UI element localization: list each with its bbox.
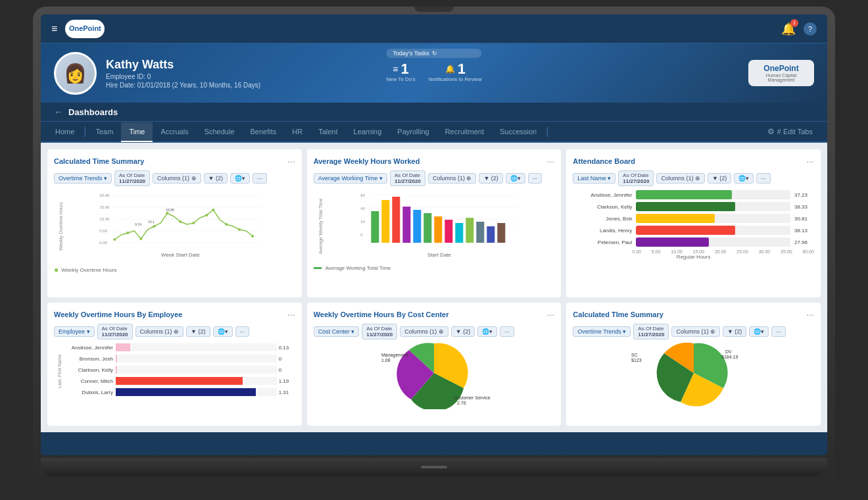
widget3-view[interactable]: 🌐▾	[734, 173, 754, 184]
svg-text:1.08: 1.08	[381, 358, 391, 362]
widget4-more[interactable]: ···	[235, 326, 250, 337]
svg-text:2.76: 2.76	[457, 401, 466, 405]
widget6-columns[interactable]: Columns (1) ⊕	[671, 326, 720, 337]
widget-avg-weekly-hours: Average Weekly Hours Worked ··· Average …	[307, 149, 562, 297]
tab-learning[interactable]: Learning	[346, 122, 390, 142]
widget-calculated-time-summary: Calculated Time Summary ··· Overtime Tre…	[47, 149, 302, 297]
attendance-row-3: Landis, Henry 38.13	[573, 226, 814, 235]
tab-talent[interactable]: Talent	[310, 122, 345, 142]
widget1-view[interactable]: 🌐▾	[230, 173, 250, 184]
svg-rect-45	[497, 223, 505, 243]
widget2-view[interactable]: 🌐▾	[506, 173, 525, 184]
widget6-menu[interactable]: ···	[806, 309, 814, 320]
widget2-title: Average Weekly Hours Worked	[314, 157, 420, 165]
avatar: 👩	[54, 52, 97, 95]
widget2-columns[interactable]: Columns (1) ⊕	[428, 173, 477, 184]
svg-text:0: 0	[360, 233, 363, 237]
widget6-dropdown[interactable]: Overtime Trends ▾	[573, 326, 631, 337]
widget1-chart: 20.00 15.00 10.00 5.00 0.00	[66, 190, 295, 249]
svg-rect-40	[445, 220, 452, 243]
svg-text:60: 60	[360, 193, 365, 197]
widget6-chart: SC $123 DV $184.19	[573, 343, 814, 403]
widget2-date[interactable]: As Of Date11/27/2020	[390, 170, 425, 186]
widget3-date[interactable]: As Of Date11/27/2020	[618, 170, 654, 186]
tab-team[interactable]: Team	[88, 122, 122, 142]
widget2-more[interactable]: ···	[528, 173, 542, 184]
widget6-title: Calculated TIme Summary	[573, 311, 663, 318]
back-button[interactable]: ←	[54, 107, 63, 117]
widget3-menu[interactable]: ···	[806, 156, 814, 166]
widget1-more[interactable]: ···	[253, 173, 267, 184]
widget5-title: Weekly Overtime Hours By Cost Center	[314, 311, 449, 318]
svg-point-12	[139, 238, 142, 240]
tab-home[interactable]: Home	[47, 122, 82, 142]
widget6-more[interactable]: ···	[771, 326, 786, 337]
svg-text:$123: $123	[631, 358, 642, 362]
widget5-columns[interactable]: Columns (1) ⊕	[400, 326, 448, 337]
widget5-chart: Management 1.08 Customer Service 2.76	[314, 343, 555, 403]
svg-rect-36	[402, 207, 410, 243]
widget4-y-axis: Last, First Name	[54, 343, 62, 399]
laptop-base	[41, 458, 827, 476]
widget2-dropdown[interactable]: Average Working Time ▾	[314, 173, 387, 184]
employee-id: Employee ID: 0	[106, 73, 260, 80]
svg-point-14	[166, 212, 168, 214]
widget1-columns[interactable]: Columns (1) ⊕	[153, 173, 201, 184]
help-button[interactable]: ?	[804, 22, 817, 36]
widget3-columns[interactable]: Columns (1) ⊕	[656, 173, 705, 184]
widget4-view[interactable]: 🌐▾	[213, 326, 233, 337]
widget5-more[interactable]: ···	[500, 326, 514, 337]
widget3-more[interactable]: ···	[756, 173, 771, 184]
widget-calculated-time-summary-2: Calculated TIme Summary ··· Overtime Tre…	[566, 303, 821, 426]
widget2-filter[interactable]: ▼ (2)	[479, 173, 502, 184]
svg-point-19	[225, 223, 228, 226]
widget4-date[interactable]: As Of Date11/27/2020	[97, 324, 133, 339]
svg-rect-37	[413, 210, 421, 243]
widget5-menu[interactable]: ···	[547, 309, 555, 320]
widget4-menu[interactable]: ···	[287, 309, 295, 320]
widget3-title: Attendance Board	[573, 157, 635, 165]
hamburger-menu[interactable]: ≡	[51, 23, 57, 35]
tab-accruals[interactable]: Accruals	[153, 122, 196, 142]
notification-badge: 1	[790, 19, 798, 27]
widget5-filter[interactable]: ▼ (2)	[451, 326, 475, 337]
widget1-filter[interactable]: ▼ (2)	[204, 173, 228, 184]
hire-date: Hire Date: 01/01/2018 (2 Years, 10 Month…	[106, 82, 260, 89]
svg-text:18.88: 18.88	[166, 208, 174, 212]
gear-icon: ⚙	[767, 127, 775, 136]
attendance-row-1: Clarkson, Kelly 38.33	[573, 202, 814, 211]
widget2-menu[interactable]: ···	[547, 156, 555, 166]
tab-navigation: Home | Team Time Accruals Schedule Benef…	[41, 122, 827, 143]
notification-bell[interactable]: 🔔 1	[781, 22, 796, 36]
widget4-dropdown[interactable]: Employee ▾	[54, 326, 95, 337]
widget3-filter[interactable]: ▼ (2)	[708, 173, 731, 184]
tab-benefits[interactable]: Benefits	[243, 122, 285, 142]
widget5-dropdown[interactable]: Cost Center ▾	[314, 326, 360, 337]
top-right-actions: 🔔 1 ?	[781, 22, 817, 36]
svg-text:Customer Service: Customer Service	[454, 395, 491, 400]
widget6-filter[interactable]: ▼ (2)	[723, 326, 746, 337]
widget6-view[interactable]: 🌐▾	[749, 326, 769, 337]
widget1-menu[interactable]: ···	[287, 156, 295, 166]
tab-hr[interactable]: HR	[284, 122, 310, 142]
tab-recruitment[interactable]: Recruitment	[437, 122, 492, 142]
widget4-filter[interactable]: ▼ (2)	[186, 326, 210, 337]
svg-text:20: 20	[360, 220, 365, 224]
attendance-row-2: Jones, Bob 30.81	[573, 214, 814, 223]
svg-rect-41	[455, 223, 463, 243]
edit-tabs-button[interactable]: ⚙ # Edit Tabs	[760, 122, 821, 141]
tab-payrolling[interactable]: Payrolling	[389, 122, 437, 142]
tab-succession[interactable]: Succession	[492, 122, 544, 142]
employee-name: Kathy Watts	[106, 58, 260, 72]
svg-text:Management: Management	[381, 353, 408, 358]
tab-schedule[interactable]: Schedule	[197, 122, 243, 142]
svg-text:$184.19: $184.19	[721, 355, 738, 359]
tab-time[interactable]: Time	[121, 122, 153, 142]
widget5-view[interactable]: 🌐▾	[477, 326, 497, 337]
widget3-dropdown[interactable]: Last Name ▾	[573, 173, 615, 184]
widget1-date[interactable]: As Of Date11/27/2020	[114, 170, 150, 186]
svg-text:40: 40	[360, 207, 365, 211]
widget4-columns[interactable]: Columns (1) ⊕	[135, 326, 184, 337]
widget1-dropdown[interactable]: Overtime Trends ▾	[54, 173, 112, 184]
svg-point-21	[251, 235, 254, 238]
